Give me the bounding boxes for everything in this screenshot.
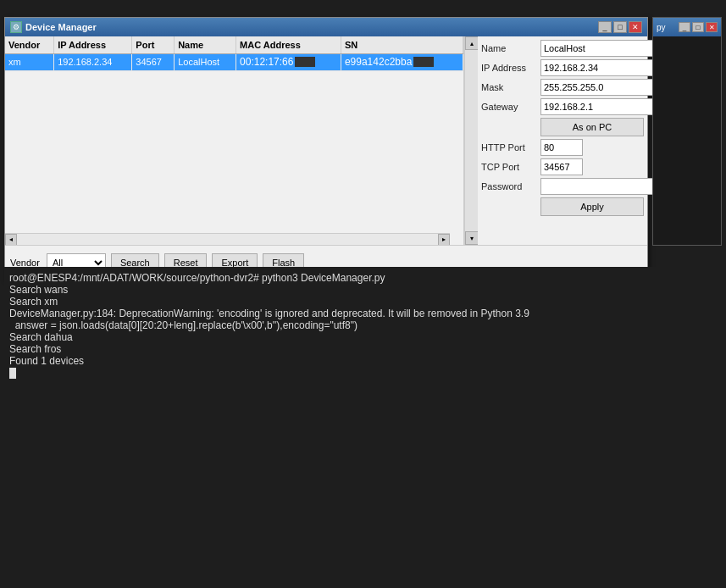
minimize-button[interactable]: _: [598, 21, 612, 33]
password-label: Password: [481, 181, 540, 191]
as-on-pc-button[interactable]: As on PC: [540, 118, 644, 136]
tcp-port-label: TCP Port: [481, 162, 540, 172]
scroll-track[interactable]: [17, 234, 438, 245]
table-row[interactable]: xm 192.168.2.34 34567 LocalHost 00:12:17…: [5, 53, 463, 70]
http-port-label: HTTP Port: [481, 142, 540, 153]
device-table-container: Vendor IP Address Port Name MAC Address …: [5, 36, 464, 245]
scroll-up-button[interactable]: ▴: [465, 36, 479, 50]
terminal-line-6: Search dahua: [9, 331, 721, 343]
col-port: Port: [132, 36, 175, 53]
cell-name: LocalHost: [175, 53, 236, 70]
apply-button[interactable]: Apply: [540, 197, 644, 216]
cell-vendor: xm: [5, 53, 54, 70]
scroll-right-button[interactable]: ▸: [438, 234, 450, 246]
app-icon: ⚙: [10, 21, 22, 33]
sn-redact-block: [413, 57, 434, 67]
terminal-close-button[interactable]: ✕: [706, 22, 718, 32]
cell-port: 34567: [132, 53, 175, 70]
col-mac: MAC Address: [236, 36, 341, 53]
terminal-line-9: [9, 367, 721, 379]
scroll-left-button[interactable]: ◂: [5, 234, 17, 246]
gateway-row: Gateway: [481, 98, 644, 115]
cell-ip: 192.168.2.34: [54, 53, 132, 70]
name-input[interactable]: [540, 40, 664, 57]
scroll-down-button[interactable]: ▾: [465, 231, 479, 245]
terminal-title-controls: _ □ ✕: [679, 22, 718, 32]
col-sn: SN: [341, 36, 463, 53]
terminal-side-panel: py _ □ ✕: [652, 17, 722, 246]
properties-panel: Name IP Address Mask Gateway As on PC HT…: [478, 36, 647, 245]
vendor-label: Vendor: [10, 258, 40, 268]
gateway-label: Gateway: [481, 102, 540, 112]
title-controls: _ □ ✕: [598, 21, 642, 33]
as-on-pc-row: As on PC: [481, 118, 644, 136]
mac-redact-block: [295, 57, 315, 67]
tcp-port-row: TCP Port: [481, 158, 644, 175]
device-table: Vendor IP Address Port Name MAC Address …: [5, 36, 463, 71]
terminal-side-content: [653, 36, 721, 245]
terminal-line-4: DeviceManager.py:184: DeprecationWarning…: [9, 308, 721, 319]
close-button[interactable]: ✕: [629, 21, 642, 33]
gateway-input[interactable]: [540, 98, 664, 115]
http-port-row: HTTP Port: [481, 139, 644, 156]
device-manager-window: ⚙ Device Manager _ □ ✕ Vendor IP Address…: [4, 17, 648, 280]
horizontal-scrollbar[interactable]: ◂ ▸: [5, 233, 450, 245]
ip-input[interactable]: [540, 59, 664, 76]
vertical-scrollbar[interactable]: ▴ ▾: [464, 36, 478, 245]
terminal-side-title: py: [657, 23, 666, 32]
terminal-minimize-button[interactable]: _: [679, 22, 690, 32]
maximize-button[interactable]: □: [613, 21, 627, 33]
terminal-line-7: Search fros: [9, 343, 721, 355]
ip-label: IP Address: [481, 63, 540, 73]
main-terminal[interactable]: root@ENESP4:/mnt/ADAT/WORK/source/python…: [4, 267, 726, 584]
sn-value: e99a142c2bba: [345, 56, 434, 68]
terminal-maximize-button[interactable]: □: [692, 22, 704, 32]
mask-row: Mask: [481, 79, 644, 96]
col-name: Name: [175, 36, 236, 53]
http-port-input[interactable]: [540, 139, 583, 156]
name-label: Name: [481, 43, 540, 53]
cell-mac: 00:12:17:66: [236, 53, 341, 70]
name-row: Name: [481, 40, 644, 57]
password-row: Password: [481, 178, 644, 195]
terminal-line-8: Found 1 devices: [9, 355, 721, 367]
window-title: Device Manager: [25, 22, 97, 32]
terminal-line-5: answer = json.loads(data[0][20:20+leng].…: [9, 319, 721, 331]
terminal-side-title-bar: py _ □ ✕: [653, 18, 721, 36]
content-area: Vendor IP Address Port Name MAC Address …: [5, 36, 647, 245]
terminal-line-1: root@ENESP4:/mnt/ADAT/WORK/source/python…: [9, 272, 721, 284]
col-vendor: Vendor: [5, 36, 54, 53]
title-bar-left: ⚙ Device Manager: [10, 21, 97, 33]
terminal-line-2: Search wans: [9, 284, 721, 296]
title-bar: ⚙ Device Manager _ □ ✕: [5, 18, 647, 36]
apply-row: Apply: [481, 197, 644, 216]
col-ip: IP Address: [54, 36, 132, 53]
terminal-cursor: [9, 368, 16, 379]
ip-row: IP Address: [481, 59, 644, 76]
password-input[interactable]: [540, 178, 664, 195]
table-header-row: Vendor IP Address Port Name MAC Address …: [5, 36, 463, 53]
cell-sn: e99a142c2bba: [341, 53, 463, 70]
tcp-port-input[interactable]: [540, 158, 583, 175]
mask-label: Mask: [481, 82, 540, 92]
mac-address: 00:12:17:66: [240, 56, 315, 68]
terminal-line-3: Search xm: [9, 296, 721, 308]
mask-input[interactable]: [540, 79, 664, 96]
